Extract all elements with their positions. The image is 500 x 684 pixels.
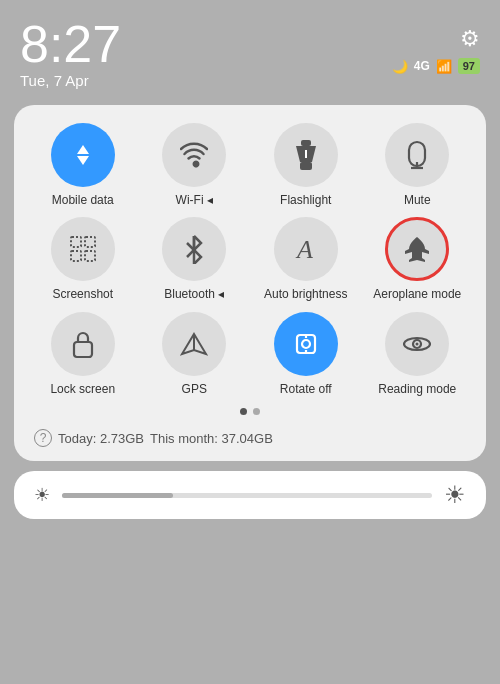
svg-point-23 [416,342,419,345]
dot-2 [253,408,260,415]
tile-icon-mobile-data [51,123,115,187]
tile-auto-brightness[interactable]: AAuto brightness [253,217,359,301]
tile-wifi[interactable]: Wi-Fi ◂ [142,123,248,207]
tile-aeroplane-mode[interactable]: Aeroplane mode [365,217,471,301]
tile-icon-screenshot [51,217,115,281]
tile-label-reading-mode: Reading mode [378,382,456,396]
tiles-grid: Mobile dataWi-Fi ◂FlashlightMuteScreensh… [30,123,470,396]
settings-icon[interactable]: ⚙ [460,26,480,52]
tile-gps[interactable]: GPS [142,312,248,396]
tile-label-lock-screen: Lock screen [50,382,115,396]
tile-reading-mode[interactable]: Reading mode [365,312,471,396]
brightness-control: ☀ ☀ [14,471,486,519]
svg-rect-7 [85,237,95,247]
tile-bluetooth[interactable]: Bluetooth ◂ [142,217,248,301]
month-usage: This month: 37.04GB [150,431,273,446]
date-display: Tue, 7 Apr [20,72,121,89]
tile-label-gps: GPS [182,382,207,396]
svg-rect-6 [71,237,81,247]
battery-indicator: 97 [458,58,480,74]
signal-icon: 4G [414,59,430,73]
tile-icon-bluetooth [162,217,226,281]
brightness-fill [62,493,173,498]
time-display: 8:27 [20,18,121,70]
tile-label-aeroplane-mode: Aeroplane mode [373,287,461,301]
tile-rotate-off[interactable]: Rotate off [253,312,359,396]
brightness-low-icon: ☀ [34,484,50,506]
tile-icon-auto-brightness: A [274,217,338,281]
tile-icon-rotate-off [274,312,338,376]
svg-rect-14 [74,342,92,357]
svg-rect-9 [85,251,95,261]
tile-screenshot[interactable]: Screenshot [30,217,136,301]
svg-rect-0 [301,140,311,146]
svg-rect-2 [300,162,312,170]
tile-label-bluetooth: Bluetooth ◂ [164,287,224,301]
tile-icon-flashlight [274,123,338,187]
tile-mobile-data[interactable]: Mobile data [30,123,136,207]
data-usage-help-icon: ? [34,429,52,447]
today-usage: Today: 2.73GB [58,431,144,446]
page-indicators [30,408,470,415]
tile-icon-reading-mode [385,312,449,376]
tile-label-screenshot: Screenshot [52,287,113,301]
quick-settings-panel: Mobile dataWi-Fi ◂FlashlightMuteScreensh… [14,105,486,461]
tile-label-wifi: Wi-Fi ◂ [176,193,213,207]
tile-label-rotate-off: Rotate off [280,382,332,396]
tile-lock-screen[interactable]: Lock screen [30,312,136,396]
tile-icon-gps [162,312,226,376]
tile-flashlight[interactable]: Flashlight [253,123,359,207]
svg-point-18 [302,340,310,348]
data-usage-row: ? Today: 2.73GB This month: 37.04GB [30,425,470,447]
tile-mute[interactable]: Mute [365,123,471,207]
brightness-track[interactable] [62,493,432,498]
tile-icon-aeroplane-mode [385,217,449,281]
status-bar: 8:27 Tue, 7 Apr ⚙ 🌙 4G 📶 97 [0,0,500,97]
moon-icon: 🌙 [392,59,408,74]
svg-text:A: A [295,235,313,264]
dot-1 [240,408,247,415]
tile-icon-mute [385,123,449,187]
tile-icon-lock-screen [51,312,115,376]
tile-label-flashlight: Flashlight [280,193,331,207]
tile-label-auto-brightness: Auto brightness [264,287,347,301]
tile-icon-wifi [162,123,226,187]
svg-rect-8 [71,251,81,261]
signal-bars-icon: 📶 [436,59,452,74]
tile-label-mobile-data: Mobile data [52,193,114,207]
tile-label-mute: Mute [404,193,431,207]
brightness-high-icon: ☀ [444,481,466,509]
